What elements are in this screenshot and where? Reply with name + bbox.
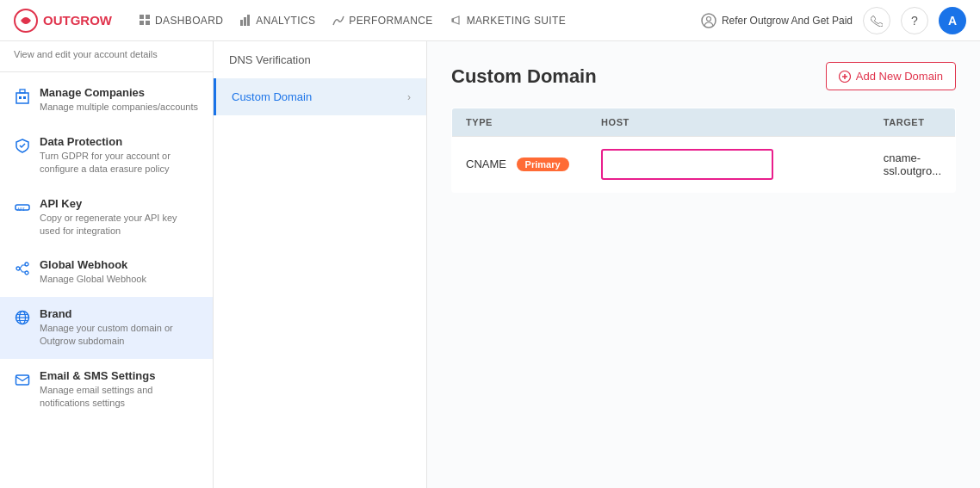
svg-rect-12 (19, 96, 22, 99)
primary-badge: Primary (517, 158, 569, 171)
sidebar-text-email-sms: Email & SMS Settings Manage email settin… (40, 369, 199, 411)
sidebar-text-api-key: API Key Copy or regenerate your API key … (40, 197, 199, 238)
domain-table: TYPE HOST TARGET CNAME Primary cname-ssl… (451, 108, 956, 193)
refer-button[interactable]: Refer Outgrow And Get Paid (701, 13, 853, 28)
svg-rect-13 (23, 96, 26, 99)
shield-icon (14, 137, 31, 154)
content-header: Custom Domain Add New Domain (451, 62, 956, 90)
svg-rect-14 (20, 90, 25, 93)
type-value: CNAME (466, 158, 506, 170)
svg-point-10 (706, 16, 710, 21)
chevron-right-icon: › (407, 91, 411, 103)
dashboard-icon (140, 15, 151, 26)
logo[interactable]: OUTGROW (14, 9, 112, 33)
sidebar-text-webhook: Global Webhook Manage Global Webhook (40, 258, 146, 286)
building-icon (14, 88, 31, 105)
add-new-domain-button[interactable]: Add New Domain (826, 62, 956, 90)
nav-marketing-suite[interactable]: MARKETING SUITE (443, 11, 573, 30)
svg-rect-4 (146, 21, 150, 25)
page-title: Custom Domain (451, 65, 597, 88)
main-content: Custom Domain Add New Domain TYPE HOST T… (427, 41, 980, 488)
sidebar-item-global-webhook[interactable]: Global Webhook Manage Global Webhook (0, 248, 213, 296)
svg-rect-1 (140, 15, 144, 19)
help-button[interactable]: ? (901, 7, 928, 34)
nav-links: DASHBOARD ANALYTICS PERFORMANCE MARKETIN… (133, 11, 573, 30)
cell-target: cname-ssl.outgro... (870, 137, 956, 193)
svg-rect-25 (16, 375, 29, 385)
sidebar-item-manage-companies[interactable]: Manage Companies Manage multiple compani… (0, 76, 213, 124)
nav-dashboard[interactable]: DASHBOARD (133, 11, 230, 30)
refer-icon (701, 13, 716, 28)
mid-item-dns-verification[interactable]: DNS Verification (214, 41, 426, 78)
table-row: CNAME Primary cname-ssl.outgro... (452, 137, 956, 193)
nav-performance[interactable]: PERFORMANCE (326, 11, 439, 30)
col-header-target: TARGET (870, 108, 956, 137)
col-header-type: TYPE (452, 108, 588, 137)
sidebar-item-brand[interactable]: Brand Manage your custom domain or Outgr… (0, 297, 213, 359)
nav-analytics[interactable]: ANALYTICS (233, 11, 322, 30)
left-sidebar: View and edit your account details Manag… (0, 41, 214, 488)
nav-right: Refer Outgrow And Get Paid ? A (701, 7, 966, 34)
sidebar-item-email-sms[interactable]: Email & SMS Settings Manage email settin… (0, 359, 213, 421)
cell-host (587, 137, 870, 193)
phone-button[interactable] (863, 7, 890, 34)
performance-icon (332, 15, 344, 26)
analytics-icon (240, 15, 251, 26)
mid-panel: DNS Verification Custom Domain › (214, 41, 427, 488)
col-header-host: HOST (587, 108, 870, 137)
globe-icon (14, 309, 31, 326)
divider (0, 71, 213, 72)
account-subtitle: View and edit your account details (14, 48, 199, 61)
svg-rect-7 (247, 15, 250, 26)
svg-rect-6 (244, 17, 246, 26)
logo-text: OUTGROW (43, 13, 112, 28)
sidebar-text-brand: Brand Manage your custom domain or Outgr… (40, 307, 199, 349)
top-navigation: OUTGROW DASHBOARD ANALYTICS PERFORMANCE … (0, 0, 980, 41)
sidebar-text-companies: Manage Companies Manage multiple compani… (40, 86, 198, 114)
webhook-icon (14, 260, 31, 277)
sidebar-top-item: View and edit your account details (0, 41, 213, 68)
plus-circle-icon (839, 71, 851, 83)
svg-rect-2 (146, 15, 150, 19)
phone-icon (871, 15, 883, 27)
svg-rect-5 (240, 20, 243, 26)
svg-point-17 (16, 267, 20, 270)
sidebar-text-data-protection: Data Protection Turn GDPR for your accou… (40, 135, 199, 176)
mid-item-custom-domain[interactable]: Custom Domain › (214, 78, 426, 115)
user-avatar[interactable]: A (939, 7, 966, 34)
table-body: CNAME Primary cname-ssl.outgro... (452, 137, 956, 193)
svg-point-18 (25, 263, 28, 266)
svg-point-19 (25, 271, 28, 275)
host-input[interactable] (601, 149, 773, 180)
email-icon (14, 371, 31, 388)
cell-type: CNAME Primary (452, 137, 588, 193)
api-icon: API (14, 199, 31, 216)
sidebar-item-data-protection[interactable]: Data Protection Turn GDPR for your accou… (0, 125, 213, 187)
svg-rect-11 (16, 93, 28, 103)
sidebar-item-api-key[interactable]: API API Key Copy or regenerate your API … (0, 187, 213, 249)
svg-text:API: API (17, 207, 25, 212)
svg-rect-8 (452, 19, 454, 22)
main-layout: View and edit your account details Manag… (0, 41, 980, 488)
table-header: TYPE HOST TARGET (452, 108, 956, 137)
marketing-icon (450, 15, 462, 26)
svg-rect-3 (140, 21, 144, 25)
